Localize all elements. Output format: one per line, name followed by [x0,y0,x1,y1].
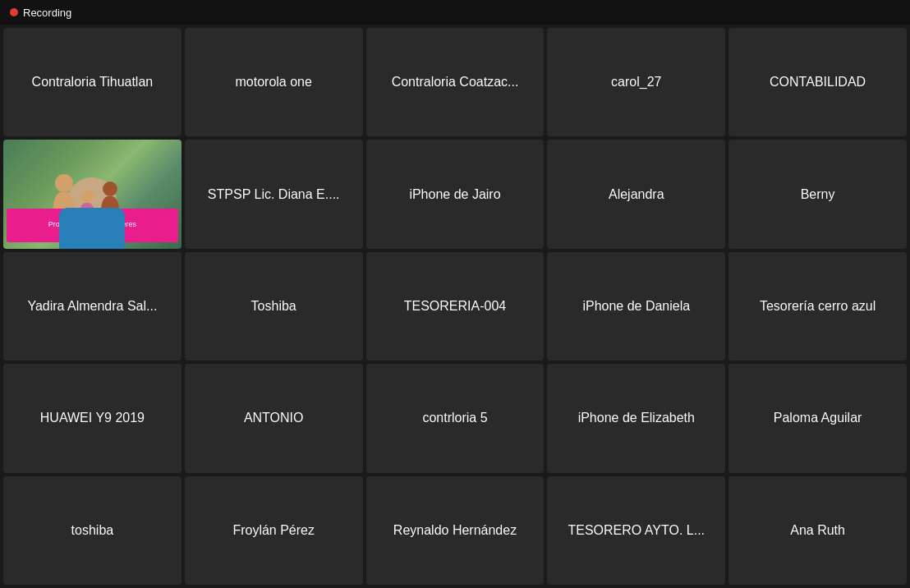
grid-cell-11[interactable]: Yadira Almendra Sal... [3,252,182,361]
participant-label-2: motorola one [229,68,319,96]
grid-cell-12[interactable]: Toshiba [185,252,363,361]
participant-label-19: iPhone de Elizabeth [572,404,701,432]
participant-label-11: Yadira Almendra Sal... [21,292,163,320]
grid-cell-14[interactable]: iPhone de Daniela [547,252,725,361]
grid-cell-24[interactable]: TESORERO AYTO. L... [547,476,725,585]
participant-photo: #QuédateEnCasaProtégete a ti y a tus ser… [3,140,182,248]
grid-cell-2[interactable]: motorola one [185,28,363,136]
grid-cell-21[interactable]: toshiba [3,476,182,585]
participant-label-14: iPhone de Daniela [576,292,696,320]
participant-label-20: Paloma Aguilar [767,404,869,432]
grid-cell-23[interactable]: Reynaldo Hernández [366,476,545,585]
grid-cell-5[interactable]: CONTABILIDAD [728,28,907,136]
recording-dot [10,8,18,16]
participant-label-23: Reynaldo Hernández [387,517,523,544]
grid-cell-8[interactable]: iPhone de Jairo [366,140,545,248]
grid-cell-7[interactable]: STPSP Lic. Diana E.... [185,140,363,248]
grid-cell-16[interactable]: HUAWEI Y9 2019 [3,364,182,472]
grid-cell-17[interactable]: ANTONIO [185,364,363,472]
participant-label-10: Berny [794,181,842,209]
grid-cell-1[interactable]: Contraloria Tihuatlan [3,28,182,136]
grid-cell-19[interactable]: iPhone de Elizabeth [547,364,725,472]
grid-cell-18[interactable]: contrloria 5 [366,364,545,472]
top-bar: Recording [0,0,910,25]
participant-label-16: HUAWEI Y9 2019 [34,404,151,432]
participant-label-13: TESORERIA-004 [398,292,512,320]
grid-cell-10[interactable]: Berny [728,140,907,248]
recording-indicator: Recording [10,7,71,19]
participant-label-12: Toshiba [245,292,303,320]
grid-cell-13[interactable]: TESORERIA-004 [366,252,545,361]
participant-label-8: iPhone de Jairo [402,181,507,209]
grid-cell-25[interactable]: Ana Ruth [728,476,907,585]
participant-label-24: TESORERO AYTO. L... [562,517,712,544]
participant-label-7: STPSP Lic. Diana E.... [201,181,347,209]
recording-label: Recording [23,7,71,19]
participant-label-25: Ana Ruth [784,517,852,544]
grid-cell-22[interactable]: Froylán Pérez [185,476,363,585]
grid-cell-6[interactable]: #QuédateEnCasaProtégete a ti y a tus ser… [3,140,182,248]
quedateencasa-banner: #QuédateEnCasaProtégete a ti y a tus ser… [7,209,178,242]
participant-label-22: Froylán Pérez [226,517,321,544]
grid-cell-20[interactable]: Paloma Aguilar [728,364,907,472]
video-grid: Contraloria Tihuatlanmotorola oneContral… [0,25,910,588]
grid-cell-15[interactable]: Tesorería cerro azul [728,252,907,361]
participant-label-4: carol_27 [604,68,668,96]
participant-label-18: contrloria 5 [416,404,494,432]
participant-label-9: Alejandra [602,181,671,209]
participant-label-5: CONTABILIDAD [763,68,872,96]
grid-cell-4[interactable]: carol_27 [547,28,725,136]
grid-cell-3[interactable]: Contraloria Coatzac... [366,28,545,136]
participant-label-3: Contraloria Coatzac... [385,68,526,96]
grid-cell-9[interactable]: Alejandra [547,140,725,248]
participant-label-1: Contraloria Tihuatlan [25,68,160,96]
participant-label-15: Tesorería cerro azul [753,292,882,320]
participant-label-17: ANTONIO [237,404,310,432]
participant-label-21: toshiba [65,517,121,544]
